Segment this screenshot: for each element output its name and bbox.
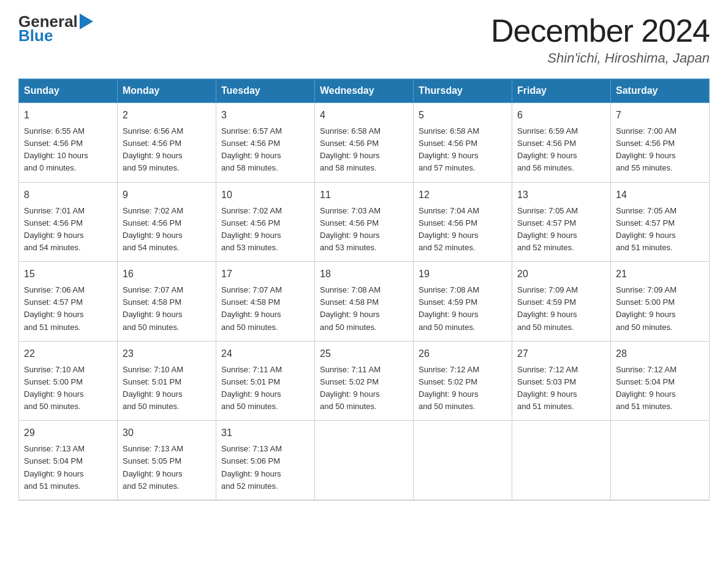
sunrise-line: Sunrise: 7:13 AM bbox=[221, 443, 309, 455]
day-info: Sunrise: 7:13 AMSunset: 5:06 PMDaylight:… bbox=[221, 443, 309, 492]
daylight-line1: Daylight: 9 hours bbox=[616, 229, 704, 242]
daylight-line1: Daylight: 9 hours bbox=[616, 150, 704, 162]
col-monday: Monday bbox=[118, 79, 216, 103]
sunset-line: Sunset: 4:59 PM bbox=[419, 296, 507, 308]
day-number: 13 bbox=[517, 188, 605, 202]
sunset-line: Sunset: 4:59 PM bbox=[517, 296, 605, 308]
sunrise-line: Sunrise: 7:08 AM bbox=[320, 284, 408, 296]
day-info: Sunrise: 7:04 AMSunset: 4:56 PMDaylight:… bbox=[419, 205, 507, 255]
table-row: 27Sunrise: 7:12 AMSunset: 5:03 PMDayligh… bbox=[512, 341, 611, 421]
day-info: Sunrise: 7:10 AMSunset: 5:00 PMDaylight:… bbox=[24, 364, 112, 413]
daylight-line2: and 51 minutes. bbox=[24, 321, 112, 334]
daylight-line2: and 52 minutes. bbox=[517, 242, 605, 254]
day-info: Sunrise: 7:10 AMSunset: 5:01 PMDaylight:… bbox=[123, 364, 211, 413]
daylight-line1: Daylight: 9 hours bbox=[419, 229, 507, 242]
col-thursday: Thursday bbox=[414, 79, 512, 103]
daylight-line1: Daylight: 9 hours bbox=[320, 229, 408, 242]
daylight-line1: Daylight: 9 hours bbox=[221, 388, 309, 400]
sunset-line: Sunset: 5:06 PM bbox=[221, 455, 309, 467]
daylight-line1: Daylight: 9 hours bbox=[123, 388, 211, 400]
sunset-line: Sunset: 5:04 PM bbox=[24, 455, 112, 467]
daylight-line1: Daylight: 9 hours bbox=[221, 229, 309, 242]
daylight-line1: Daylight: 9 hours bbox=[616, 308, 704, 321]
table-row: 16Sunrise: 7:07 AMSunset: 4:58 PMDayligh… bbox=[118, 262, 216, 342]
table-row: 20Sunrise: 7:09 AMSunset: 4:59 PMDayligh… bbox=[512, 262, 611, 342]
sunset-line: Sunset: 4:56 PM bbox=[123, 137, 211, 150]
day-number: 17 bbox=[221, 267, 309, 282]
table-row: 18Sunrise: 7:08 AMSunset: 4:58 PMDayligh… bbox=[315, 262, 414, 342]
day-number: 2 bbox=[123, 108, 211, 123]
daylight-line2: and 50 minutes. bbox=[419, 400, 507, 413]
daylight-line2: and 54 minutes. bbox=[24, 242, 112, 254]
day-number: 19 bbox=[419, 267, 507, 282]
table-row: 4Sunrise: 6:58 AMSunset: 4:56 PMDaylight… bbox=[315, 103, 414, 183]
day-info: Sunrise: 7:13 AMSunset: 5:04 PMDaylight:… bbox=[24, 443, 112, 492]
daylight-line2: and 52 minutes. bbox=[221, 480, 309, 492]
day-number: 10 bbox=[221, 188, 309, 202]
sunset-line: Sunset: 5:00 PM bbox=[24, 376, 112, 388]
day-info: Sunrise: 7:01 AMSunset: 4:56 PMDaylight:… bbox=[24, 205, 112, 255]
daylight-line2: and 50 minutes. bbox=[320, 400, 408, 413]
sunset-line: Sunset: 4:56 PM bbox=[24, 217, 112, 229]
table-row: 23Sunrise: 7:10 AMSunset: 5:01 PMDayligh… bbox=[118, 341, 216, 421]
location-title: Shin'ichi, Hiroshima, Japan bbox=[491, 50, 710, 66]
table-row: 15Sunrise: 7:06 AMSunset: 4:57 PMDayligh… bbox=[19, 262, 118, 342]
daylight-line1: Daylight: 9 hours bbox=[123, 468, 211, 480]
calendar-week-row: 1Sunrise: 6:55 AMSunset: 4:56 PMDaylight… bbox=[19, 103, 710, 183]
sunset-line: Sunset: 4:58 PM bbox=[320, 296, 408, 308]
daylight-line1: Daylight: 9 hours bbox=[616, 388, 704, 400]
daylight-line2: and 55 minutes. bbox=[616, 162, 704, 174]
sunset-line: Sunset: 5:04 PM bbox=[616, 376, 704, 388]
day-number: 7 bbox=[616, 108, 704, 123]
daylight-line1: Daylight: 9 hours bbox=[419, 150, 507, 162]
table-row: 2Sunrise: 6:56 AMSunset: 4:56 PMDaylight… bbox=[118, 103, 216, 183]
day-info: Sunrise: 7:00 AMSunset: 4:56 PMDaylight:… bbox=[616, 125, 704, 175]
day-number: 11 bbox=[320, 188, 408, 202]
daylight-line2: and 58 minutes. bbox=[221, 162, 309, 174]
day-info: Sunrise: 7:09 AMSunset: 5:00 PMDaylight:… bbox=[616, 284, 704, 334]
sunrise-line: Sunrise: 7:08 AM bbox=[419, 284, 507, 296]
day-info: Sunrise: 7:11 AMSunset: 5:02 PMDaylight:… bbox=[320, 364, 408, 413]
daylight-line2: and 51 minutes. bbox=[24, 480, 112, 492]
sunrise-line: Sunrise: 7:07 AM bbox=[221, 284, 309, 296]
day-info: Sunrise: 7:12 AMSunset: 5:02 PMDaylight:… bbox=[419, 364, 507, 413]
day-number: 28 bbox=[616, 347, 704, 361]
sunset-line: Sunset: 4:56 PM bbox=[221, 217, 309, 229]
day-number: 12 bbox=[419, 188, 507, 202]
calendar-week-row: 22Sunrise: 7:10 AMSunset: 5:00 PMDayligh… bbox=[19, 341, 710, 421]
day-number: 5 bbox=[419, 108, 507, 123]
daylight-line1: Daylight: 9 hours bbox=[320, 308, 408, 321]
day-info: Sunrise: 7:08 AMSunset: 4:58 PMDaylight:… bbox=[320, 284, 408, 334]
day-info: Sunrise: 7:07 AMSunset: 4:58 PMDaylight:… bbox=[221, 284, 309, 334]
daylight-line2: and 51 minutes. bbox=[616, 400, 704, 413]
table-row: 22Sunrise: 7:10 AMSunset: 5:00 PMDayligh… bbox=[19, 341, 118, 421]
day-number: 24 bbox=[221, 347, 309, 361]
day-info: Sunrise: 7:07 AMSunset: 4:58 PMDaylight:… bbox=[123, 284, 211, 334]
sunrise-line: Sunrise: 7:12 AM bbox=[419, 364, 507, 376]
sunset-line: Sunset: 4:56 PM bbox=[320, 217, 408, 229]
daylight-line1: Daylight: 9 hours bbox=[320, 388, 408, 400]
daylight-line1: Daylight: 9 hours bbox=[24, 388, 112, 400]
daylight-line2: and 53 minutes. bbox=[221, 242, 309, 254]
sunrise-line: Sunrise: 6:57 AM bbox=[221, 125, 309, 137]
daylight-line1: Daylight: 9 hours bbox=[24, 229, 112, 242]
logo-blue-text: Blue bbox=[18, 26, 53, 45]
day-info: Sunrise: 7:05 AMSunset: 4:57 PMDaylight:… bbox=[517, 205, 605, 255]
daylight-line2: and 50 minutes. bbox=[419, 321, 507, 334]
daylight-line2: and 52 minutes. bbox=[123, 480, 211, 492]
daylight-line2: and 0 minutes. bbox=[24, 162, 112, 174]
sunset-line: Sunset: 4:56 PM bbox=[123, 217, 211, 229]
sunset-line: Sunset: 4:56 PM bbox=[517, 137, 605, 150]
day-info: Sunrise: 6:58 AMSunset: 4:56 PMDaylight:… bbox=[419, 125, 507, 175]
day-info: Sunrise: 6:59 AMSunset: 4:56 PMDaylight:… bbox=[517, 125, 605, 175]
daylight-line1: Daylight: 9 hours bbox=[517, 150, 605, 162]
daylight-line2: and 50 minutes. bbox=[24, 400, 112, 413]
sunrise-line: Sunrise: 7:09 AM bbox=[517, 284, 605, 296]
daylight-line1: Daylight: 9 hours bbox=[419, 388, 507, 400]
daylight-line2: and 52 minutes. bbox=[419, 242, 507, 254]
day-info: Sunrise: 7:03 AMSunset: 4:56 PMDaylight:… bbox=[320, 205, 408, 255]
day-number: 20 bbox=[517, 267, 605, 282]
table-row: 25Sunrise: 7:11 AMSunset: 5:02 PMDayligh… bbox=[315, 341, 414, 421]
day-number: 16 bbox=[123, 267, 211, 282]
daylight-line2: and 58 minutes. bbox=[320, 162, 408, 174]
